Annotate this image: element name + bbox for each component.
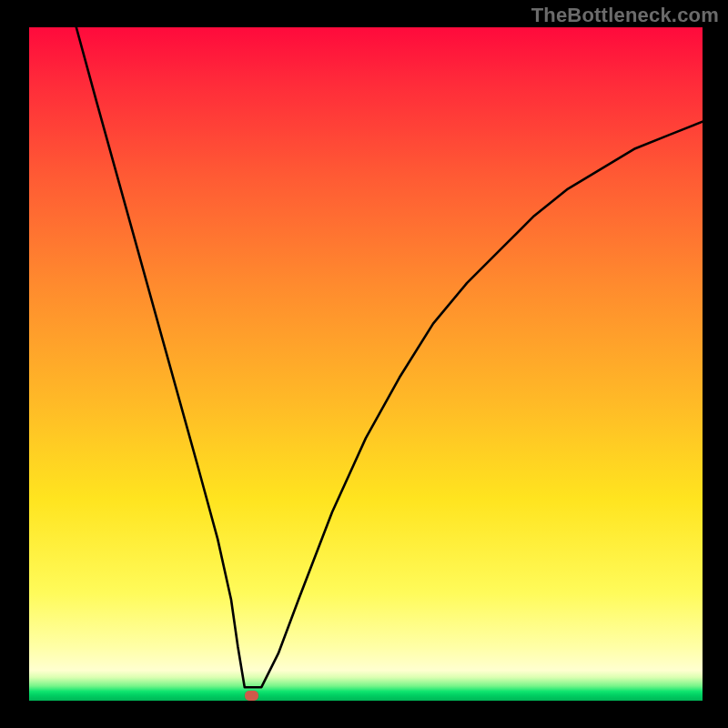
curve-line <box>76 27 703 687</box>
chart-frame: TheBottleneck.com <box>0 0 728 728</box>
bottleneck-curve <box>29 27 703 701</box>
plot-area <box>29 27 703 701</box>
watermark-text: TheBottleneck.com <box>531 4 719 27</box>
optimum-marker <box>245 691 258 701</box>
